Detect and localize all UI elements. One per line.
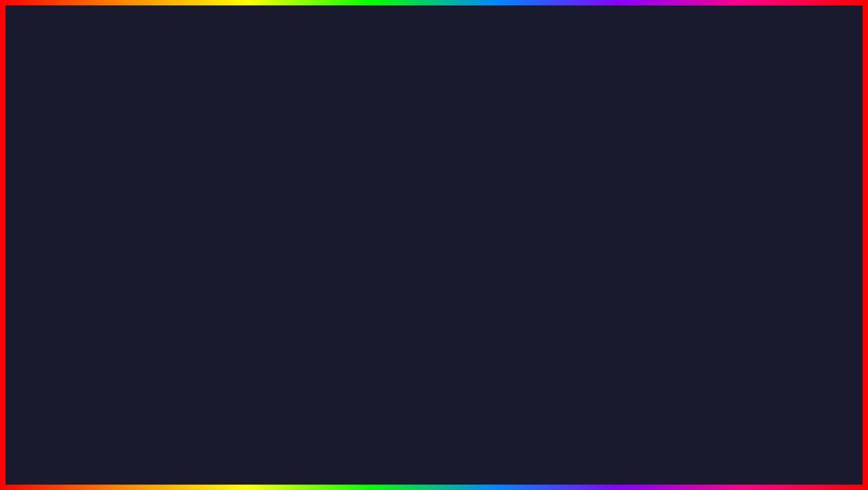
multi-quest-row: Multi Quest [161,229,300,244]
auto-haki-row: Auto Haki [424,241,564,256]
sidebar-item-main-left[interactable]: Main [91,150,152,165]
title-letter-l: L [243,9,288,92]
select-enemy-row[interactable]: Select Enemy - ∨ [424,181,564,197]
main-title: B L O X F R U I T S [191,9,677,92]
script-label: SCRIPT [403,426,551,472]
bring-mobs-row: Bring Mobs [424,212,564,227]
sidebar-item-teleport-right[interactable]: Teleport [352,226,417,241]
candy-farm-toggle-left[interactable] [295,249,300,254]
title-space [394,9,412,92]
panel-left-content: AutoFarm Select Quest - ∨ Select Quest E… [154,147,307,308]
title-letter-r: R [457,9,510,92]
update-label: UPDATE [109,426,272,472]
super-attack-label: Super Attack [424,230,564,237]
title-letter-f: F [412,9,457,92]
sidebar-item-misc-right[interactable]: Misc [352,180,417,196]
sidebar-item-credits-right[interactable]: Credits [352,272,417,287]
bring-mobs-label: Bring Mobs [424,215,558,223]
title-letter-i: I [563,9,583,92]
panel-left-sidebar: Main Raids Misc Fruits Shop Teleport Pla… [89,147,154,308]
bg-character-right [643,45,868,360]
select-quest-enemy-chevron: ∨ [296,186,300,193]
panel-left-body: Main Raids Misc Fruits Shop Teleport Pla… [89,147,307,308]
sidebar-item-misc-left[interactable]: Misc [89,180,154,196]
select-quest-enemy-label: Select Quest Enemy - [161,186,222,193]
sidebar-item-players-esp-left[interactable]: Players - ESP [89,241,154,257]
candy-farm-label-left: Candy Farm [161,248,295,255]
sidebar-item-shop-left[interactable]: Shop [89,211,154,226]
title-letter-u: U [510,9,563,92]
xmas-label: XMAS [279,426,396,472]
auto-haki-label: Auto Haki [424,245,558,252]
select-quest-chevron: ∨ [296,170,300,178]
panel-left-header: SKYAS HUB Blox Fruits [89,123,307,147]
autofarm-selected-quest-toggle[interactable] [295,202,300,208]
autofarm-selected-enemy-label: Autofarm Selected Enemy [424,200,558,208]
autofarm-row: AutoFarm [161,151,300,166]
scrollbar-thumb-left [303,151,305,178]
autofarm-selected-quest-row: Autofarm Selected Quest [161,198,300,213]
autofarm-label: AutoFarm [161,155,295,162]
bottom-text: UPDATE XMAS SCRIPT PASTEBIN [109,426,760,472]
title-letter-t: T [584,9,629,92]
sidebar-item-main-right[interactable]: Main [354,150,416,165]
autofarm-selected-quest-label: Autofarm Selected Quest [161,201,295,209]
panel-left-subtitle: Blox Fruits [96,138,300,145]
title-letter-b: B [191,9,244,92]
panel-right-sidebar: Main Raids Misc Fruits Shop Teleport Pla… [352,147,417,308]
sidebar-item-raids-left[interactable]: Raids [89,165,154,180]
scrollbar-left[interactable] [303,151,305,303]
select-quest-row[interactable]: Select Quest - ∨ [161,166,300,182]
sidebar-item-credits-left[interactable]: Credits [89,272,154,287]
sidebar-icon-left: ☰ [89,287,154,305]
panel-left: SKYAS HUB Blox Fruits Main Raids Misc Fr… [88,121,308,309]
sidebar-item-fruits-right[interactable]: Fruits [352,196,417,211]
autofarm-toggle[interactable] [295,156,300,161]
sidebar-item-points-right[interactable]: Points [352,257,417,272]
best-candy-farm-badge: BEST CANDY FARM [509,121,661,173]
best-candy-line: BEST CANDY [509,121,661,147]
sidebar-item-points-left[interactable]: Points [89,257,154,272]
select-enemy-label: Select Enemy - [424,185,466,192]
pastebin-label: PASTEBIN [558,426,759,472]
bring-mobs-toggle[interactable] [558,216,564,222]
multi-quest-label: Multi Quest [161,233,295,240]
refresh-quests-button[interactable]: Refresh Quests [161,213,300,229]
sidebar-item-fruits-left[interactable]: Fruits [89,196,154,211]
autofarm-selected-enemy-toggle[interactable] [558,201,564,207]
sidebar-item-raids-right[interactable]: Raids [352,165,417,180]
candy-farm-row-left: Candy Farm [161,244,300,259]
select-quest-enemy-row[interactable]: Select Quest Enemy - ∨ [161,182,300,198]
auto-haki-toggle[interactable] [558,246,564,251]
title-letter-x: X [345,9,394,92]
super-attack-row: Super Attack [424,227,564,241]
farm-line: FARM [509,147,661,173]
select-quest-label: Select Quest - [161,170,201,178]
title-letter-s: S [628,9,677,92]
refresh-quests-label: Refresh Quests [468,111,511,119]
sidebar-item-shop-right[interactable]: Shop [352,211,417,226]
sidebar-item-players-esp-right[interactable]: Players - ESP [352,241,417,257]
panel-left-title: SKYAS HUB [96,128,300,138]
sidebar-item-teleport-left[interactable]: Teleport [89,226,154,241]
autofarm-selected-enemy-row: Autofarm Selected Enemy [424,197,564,212]
select-enemy-chevron: ∨ [559,185,564,192]
scrollbar-right[interactable] [566,151,568,303]
multi-quest-toggle[interactable] [295,234,300,239]
sidebar-icon-right: ☰ [352,287,417,305]
title-letter-o1: O [288,9,345,92]
